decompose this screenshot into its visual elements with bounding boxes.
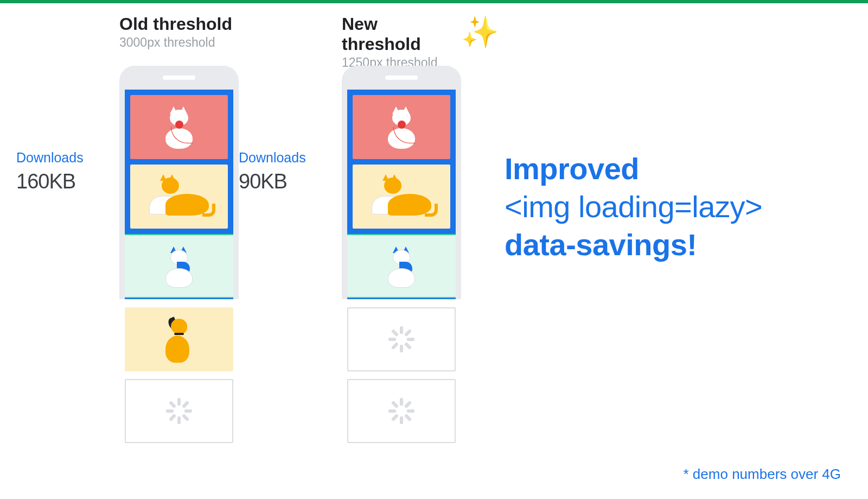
spinner-icon: [165, 397, 193, 425]
new-downloads-block: Downloads 90KB: [239, 150, 306, 193]
headline: Improved <img loading=lazy> data-savings…: [505, 150, 762, 264]
cat-orange-icon: [372, 178, 431, 216]
phone-frame: [119, 66, 239, 299]
cat-white-icon: [160, 105, 198, 149]
image-card-cat-shoe: [130, 165, 228, 229]
new-header: New threshold 1250px threshold: [239, 14, 461, 70]
new-below-viewport: [342, 307, 461, 443]
headline-line3: data-savings!: [505, 228, 697, 262]
old-downloads-label: Downloads: [16, 150, 84, 166]
headline-line1: Improved: [505, 151, 639, 186]
cat-orange-icon: [149, 178, 209, 216]
loading-placeholder-card: [347, 379, 456, 443]
dog-icon: [160, 317, 198, 363]
new-threshold-panel: New threshold 1250px threshold Downloads…: [239, 14, 461, 70]
new-downloads-value: 90KB: [239, 170, 306, 193]
cat-white-icon: [382, 105, 420, 149]
phone-screen: [347, 90, 456, 299]
image-card-cat-yarn: [353, 95, 450, 159]
sparkle-icon: ✨: [461, 14, 499, 50]
phone-speaker-icon: [385, 75, 418, 80]
image-card-cat-yarn: [130, 95, 228, 159]
old-below-viewport: [119, 307, 239, 443]
old-downloads-block: Downloads 160KB: [16, 150, 84, 193]
phone-screen: [125, 90, 233, 299]
old-header: Old threshold 3000px threshold: [16, 14, 239, 50]
old-title: Old threshold: [119, 14, 239, 34]
loading-placeholder-card: [125, 379, 233, 443]
cat-blue-icon: [380, 244, 423, 288]
comparison-panels: Old threshold 3000px threshold Downloads…: [16, 14, 461, 70]
image-card-cat-cape: [347, 234, 456, 298]
new-title: New threshold: [342, 14, 461, 54]
phone-speaker-icon: [163, 75, 195, 80]
headline-line2: <img loading=lazy>: [505, 190, 762, 224]
old-downloads-value: 160KB: [16, 170, 84, 193]
old-subtitle: 3000px threshold: [119, 35, 239, 50]
cat-blue-icon: [157, 244, 201, 288]
image-card-cat-shoe: [353, 165, 450, 229]
image-card-cat-cape: [125, 234, 233, 298]
footnote: * demo numbers over 4G: [684, 466, 841, 483]
new-downloads-label: Downloads: [239, 150, 306, 166]
old-phone-mockup: [119, 66, 239, 299]
old-threshold-panel: Old threshold 3000px threshold Downloads…: [16, 14, 239, 70]
phone-frame: [342, 66, 461, 299]
image-card-dog: [125, 307, 233, 371]
new-phone-mockup: [342, 66, 461, 299]
loading-placeholder-card: [347, 307, 456, 371]
spinner-icon: [388, 397, 415, 425]
spinner-icon: [388, 326, 415, 353]
